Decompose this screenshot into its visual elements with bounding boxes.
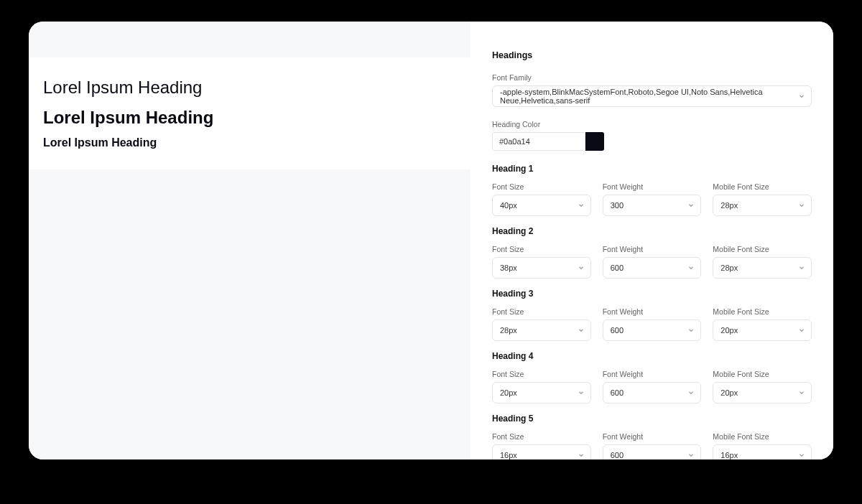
heading-group-title: Heading 4 [492, 351, 812, 361]
font-weight-select[interactable]: 600 [603, 382, 702, 403]
mobile-font-size-select[interactable]: 20px [713, 382, 812, 403]
heading-group-1: Heading 1Font Size40pxFont Weight300Mobi… [492, 164, 812, 216]
heading-group-4: Heading 4Font Size20pxFont Weight600Mobi… [492, 351, 812, 403]
font-size-select[interactable]: 40px [492, 195, 591, 216]
mobile-font-size-label: Mobile Font Size [713, 182, 812, 191]
preview-heading-1: Lorel Ipsum Heading [43, 78, 456, 98]
chevron-down-icon [578, 202, 585, 209]
heading-group-2: Heading 2Font Size38pxFont Weight600Mobi… [492, 226, 812, 279]
mobile-font-size-select[interactable]: 28px [713, 257, 812, 279]
font-weight-select[interactable]: 600 [603, 444, 702, 459]
heading-color-input[interactable] [492, 132, 585, 151]
chevron-down-icon [798, 202, 805, 209]
font-size-value: 16px [500, 451, 517, 459]
font-weight-label: Font Weight [603, 182, 702, 191]
chevron-down-icon [798, 93, 805, 100]
font-size-label: Font Size [492, 182, 591, 191]
font-weight-field: Font Weight300 [603, 182, 702, 216]
mobile-font-size-label: Mobile Font Size [713, 307, 812, 316]
font-weight-label: Font Weight [603, 307, 702, 316]
heading-color-label: Heading Color [492, 120, 812, 129]
font-size-label: Font Size [492, 432, 591, 441]
chevron-down-icon [798, 452, 805, 459]
mobile-font-size-select[interactable]: 16px [713, 444, 812, 459]
chevron-down-icon [687, 452, 695, 459]
chevron-down-icon [687, 389, 695, 396]
font-size-select[interactable]: 16px [492, 444, 591, 459]
font-weight-label: Font Weight [603, 370, 702, 378]
preview-pane: Lorel Ipsum Heading Lorel Ipsum Heading … [29, 22, 471, 459]
font-weight-field: Font Weight600 [603, 307, 702, 341]
heading-group-title: Heading 1 [492, 164, 812, 174]
heading-group-title: Heading 3 [492, 289, 812, 299]
editor-window: Lorel Ipsum Heading Lorel Ipsum Heading … [29, 22, 833, 459]
mobile-font-size-field: Mobile Font Size28px [713, 182, 812, 216]
font-size-select[interactable]: 20px [492, 382, 591, 403]
mobile-font-size-label: Mobile Font Size [713, 370, 812, 378]
font-weight-field: Font Weight600 [603, 245, 702, 279]
font-weight-field: Font Weight600 [603, 432, 702, 459]
heading-group-title: Heading 5 [492, 414, 812, 424]
font-size-field: Font Size28px [492, 307, 591, 341]
section-title: Headings [492, 50, 812, 60]
settings-pane: Headings Font Family -apple-system,Blink… [471, 22, 833, 459]
chevron-down-icon [798, 327, 805, 334]
font-weight-select[interactable]: 300 [603, 195, 702, 216]
font-size-value: 28px [500, 326, 517, 335]
font-family-value: -apple-system,BlinkMacSystemFont,Roboto,… [500, 88, 792, 105]
mobile-font-size-field: Mobile Font Size28px [713, 245, 812, 279]
font-size-field: Font Size40px [492, 182, 591, 216]
font-size-value: 38px [500, 263, 517, 272]
font-weight-value: 600 [611, 326, 624, 335]
preview-heading-2: Lorel Ipsum Heading [43, 108, 456, 128]
chevron-down-icon [798, 264, 805, 271]
font-family-field: Font Family -apple-system,BlinkMacSystem… [492, 73, 812, 107]
font-weight-label: Font Weight [603, 432, 702, 441]
font-size-value: 40px [500, 201, 517, 210]
mobile-font-size-select[interactable]: 28px [713, 195, 812, 216]
chevron-down-icon [798, 389, 805, 396]
font-weight-select[interactable]: 600 [603, 319, 702, 341]
font-size-field: Font Size20px [492, 370, 591, 403]
chevron-down-icon [687, 327, 695, 334]
mobile-font-size-field: Mobile Font Size16px [713, 432, 812, 459]
heading-color-swatch[interactable] [585, 132, 604, 151]
chevron-down-icon [687, 264, 695, 271]
mobile-font-size-value: 28px [720, 263, 738, 272]
chevron-down-icon [578, 389, 585, 396]
heading-color-field: Heading Color [492, 120, 812, 151]
chevron-down-icon [578, 264, 585, 271]
mobile-font-size-value: 16px [720, 451, 738, 459]
font-size-label: Font Size [492, 307, 591, 316]
font-family-select[interactable]: -apple-system,BlinkMacSystemFont,Roboto,… [492, 85, 812, 107]
font-family-label: Font Family [492, 73, 812, 82]
mobile-font-size-label: Mobile Font Size [713, 432, 812, 441]
font-size-label: Font Size [492, 370, 591, 378]
font-weight-value: 300 [611, 201, 624, 210]
chevron-down-icon [578, 452, 585, 459]
font-weight-label: Font Weight [603, 245, 702, 253]
preview-heading-3: Lorel Ipsum Heading [43, 136, 456, 149]
mobile-font-size-select[interactable]: 20px [713, 319, 812, 341]
chevron-down-icon [578, 327, 585, 334]
font-size-value: 20px [500, 388, 517, 397]
font-weight-value: 600 [611, 263, 624, 272]
font-size-label: Font Size [492, 245, 591, 253]
heading-group-3: Heading 3Font Size28pxFont Weight600Mobi… [492, 289, 812, 341]
chevron-down-icon [687, 202, 695, 209]
mobile-font-size-label: Mobile Font Size [713, 245, 812, 253]
font-size-select[interactable]: 38px [492, 257, 591, 279]
font-weight-field: Font Weight600 [603, 370, 702, 403]
heading-group-title: Heading 2 [492, 226, 812, 236]
font-weight-select[interactable]: 600 [603, 257, 702, 279]
font-size-select[interactable]: 28px [492, 319, 591, 341]
mobile-font-size-value: 20px [720, 388, 738, 397]
font-size-field: Font Size16px [492, 432, 591, 459]
font-size-field: Font Size38px [492, 245, 591, 279]
preview-card: Lorel Ipsum Heading Lorel Ipsum Heading … [29, 57, 471, 169]
heading-group-5: Heading 5Font Size16pxFont Weight600Mobi… [492, 414, 812, 459]
font-weight-value: 600 [611, 388, 624, 397]
font-weight-value: 600 [611, 451, 624, 459]
mobile-font-size-field: Mobile Font Size20px [713, 370, 812, 403]
mobile-font-size-value: 20px [720, 326, 738, 335]
